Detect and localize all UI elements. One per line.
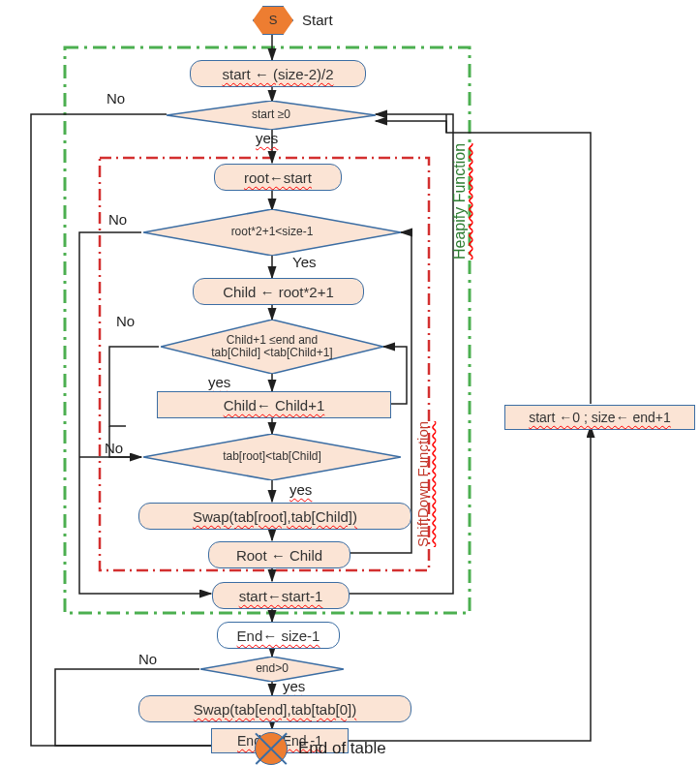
branch-yes-4: yes bbox=[289, 481, 312, 498]
process-root-assign: root←start bbox=[214, 164, 342, 191]
text: Swap(tab[root],tab[Child]) bbox=[193, 508, 357, 525]
text: End← size-1 bbox=[237, 627, 320, 644]
process-swap2: Swap(tab[end],tab[tab[0]) bbox=[138, 695, 411, 722]
process-child-inc: Child← Child+1 bbox=[157, 391, 391, 418]
decision-child-cond: Child+1 ≤end and tab[Child] <tab[Child+1… bbox=[161, 320, 383, 374]
process-root-child: Root ← Child bbox=[208, 541, 350, 568]
process-end-assign: End← size-1 bbox=[217, 622, 340, 649]
text: start ≥0 bbox=[248, 108, 294, 121]
text: end>0 bbox=[252, 662, 292, 675]
text: Child ← root*2+1 bbox=[223, 284, 334, 300]
branch-yes-5: yes bbox=[283, 678, 305, 694]
process-reset: start ←0 ; size← end+1 bbox=[504, 405, 695, 430]
process-child-assign: Child ← root*2+1 bbox=[193, 278, 364, 305]
decision-end-cond: end>0 bbox=[200, 657, 344, 682]
branch-yes-2: Yes bbox=[292, 254, 316, 270]
text: start←start-1 bbox=[239, 588, 323, 604]
branch-no-5: No bbox=[138, 651, 157, 667]
process-start-dec: start←start-1 bbox=[212, 582, 350, 609]
text: Root ← Child bbox=[236, 547, 322, 564]
branch-no-1: No bbox=[107, 90, 125, 107]
branch-no-3: No bbox=[116, 313, 135, 329]
start-letter: S bbox=[269, 13, 278, 27]
text: Swap(tab[end],tab[tab[0]) bbox=[194, 701, 356, 718]
branch-yes-3: yes bbox=[208, 374, 230, 390]
decision-start-ge-0: start ≥0 bbox=[167, 101, 376, 130]
branch-no-2: No bbox=[108, 211, 127, 228]
text: Child← Child+1 bbox=[224, 397, 325, 413]
start-terminal: S bbox=[253, 6, 293, 35]
text: root←start bbox=[244, 169, 312, 186]
branch-no-4: No bbox=[105, 440, 123, 456]
shiftdown-function-label: ShiftDown Function bbox=[414, 421, 431, 547]
text: root*2+1<size-1 bbox=[228, 226, 318, 238]
text: start ← (size-2)/2 bbox=[222, 66, 333, 82]
process-start-assign: start ← (size-2)/2 bbox=[190, 60, 366, 87]
start-label: Start bbox=[302, 12, 333, 28]
text: tab[root]<tab[Child] bbox=[219, 450, 325, 463]
text: Child+1 ≤end and tab[Child] <tab[Child+1… bbox=[207, 334, 336, 359]
text: start ←0 ; size← end+1 bbox=[529, 410, 671, 425]
end-of-table-label: End of table bbox=[298, 739, 386, 758]
process-swap1: Swap(tab[root],tab[Child]) bbox=[138, 503, 411, 530]
decision-root-cond: root*2+1<size-1 bbox=[143, 209, 401, 256]
branch-yes-1: yes bbox=[256, 130, 278, 146]
decision-swap-cond: tab[root]<tab[Child] bbox=[143, 434, 401, 480]
end-terminal-icon bbox=[255, 732, 288, 765]
heapify-function-label: Heapify Function bbox=[451, 143, 469, 260]
